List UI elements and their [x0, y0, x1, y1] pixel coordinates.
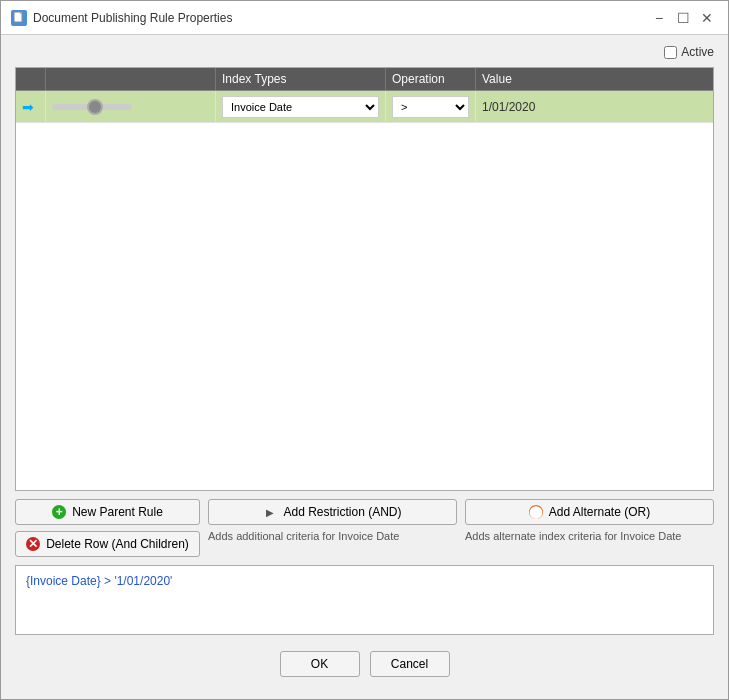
maximize-button[interactable]: ☐ [672, 7, 694, 29]
header-index-types: Index Types [216, 68, 386, 90]
add-alternate-button[interactable]: ⬤ Add Alternate (OR) [465, 499, 714, 525]
table-row[interactable]: ➡ Invoice Date [16, 91, 713, 123]
buttons-row: + New Parent Rule ✕ Delete Row (And Chil… [15, 499, 714, 557]
window-body: Active Index Types Operation Value ➡ [1, 35, 728, 699]
add-restriction-label: Add Restriction (AND) [283, 505, 401, 519]
minimize-button[interactable]: − [648, 7, 670, 29]
btn-group-right: ⬤ Add Alternate (OR) Adds alternate inde… [465, 499, 714, 544]
dialog-footer: OK Cancel [15, 643, 714, 689]
window: Document Publishing Rule Properties − ☐ … [0, 0, 729, 700]
delete-row-button[interactable]: ✕ Delete Row (And Children) [15, 531, 200, 557]
row-index-type-cell[interactable]: Invoice Date [216, 91, 386, 122]
row-arrow-icon: ➡ [22, 99, 34, 115]
active-row: Active [15, 45, 714, 59]
formula-text: {Invoice Date} > '1/01/2020' [26, 574, 172, 588]
new-parent-rule-button[interactable]: + New Parent Rule [15, 499, 200, 525]
index-type-select[interactable]: Invoice Date [222, 96, 379, 118]
new-parent-rule-label: New Parent Rule [72, 505, 163, 519]
row-operation-cell[interactable]: > < = >= <= != [386, 91, 476, 122]
doc-icon [11, 10, 27, 26]
active-checkbox-label[interactable]: Active [664, 45, 714, 59]
delete-icon: ✕ [26, 537, 40, 551]
row-arrow-cell: ➡ [16, 91, 46, 122]
play-icon: ▶ [263, 505, 277, 519]
grid-header: Index Types Operation Value [16, 68, 713, 91]
title-bar: Document Publishing Rule Properties − ☐ … [1, 1, 728, 35]
window-title: Document Publishing Rule Properties [33, 11, 232, 25]
orange-dot-icon: ⬤ [529, 505, 543, 519]
delete-row-label: Delete Row (And Children) [46, 537, 189, 551]
slider-thumb [87, 99, 103, 115]
title-bar-controls: − ☐ ✕ [648, 7, 718, 29]
add-alternate-hint: Adds alternate index criteria for Invoic… [465, 529, 714, 544]
slider-container [52, 104, 132, 110]
formula-box: {Invoice Date} > '1/01/2020' [15, 565, 714, 635]
close-button[interactable]: ✕ [696, 7, 718, 29]
active-label: Active [681, 45, 714, 59]
row-value-cell: 1/01/2020 [476, 91, 713, 122]
operation-select[interactable]: > < = >= <= != [392, 96, 469, 118]
header-operation: Operation [386, 68, 476, 90]
plus-icon: + [52, 505, 66, 519]
grid-body: ➡ Invoice Date [16, 91, 713, 490]
btn-group-left: + New Parent Rule ✕ Delete Row (And Chil… [15, 499, 200, 557]
header-value: Value [476, 68, 713, 90]
title-bar-left: Document Publishing Rule Properties [11, 10, 232, 26]
add-restriction-button[interactable]: ▶ Add Restriction (AND) [208, 499, 457, 525]
ok-button[interactable]: OK [280, 651, 360, 677]
slider-track [52, 104, 132, 110]
header-col-1 [46, 68, 216, 90]
header-col-0 [16, 68, 46, 90]
add-alternate-label: Add Alternate (OR) [549, 505, 650, 519]
grid-container: Index Types Operation Value ➡ [15, 67, 714, 491]
add-restriction-hint: Adds additional criteria for Invoice Dat… [208, 529, 457, 544]
btn-group-middle: ▶ Add Restriction (AND) Adds additional … [208, 499, 457, 544]
cancel-button[interactable]: Cancel [370, 651, 450, 677]
row-slider-cell [46, 91, 216, 122]
row-value-text: 1/01/2020 [482, 100, 535, 114]
active-checkbox[interactable] [664, 46, 677, 59]
